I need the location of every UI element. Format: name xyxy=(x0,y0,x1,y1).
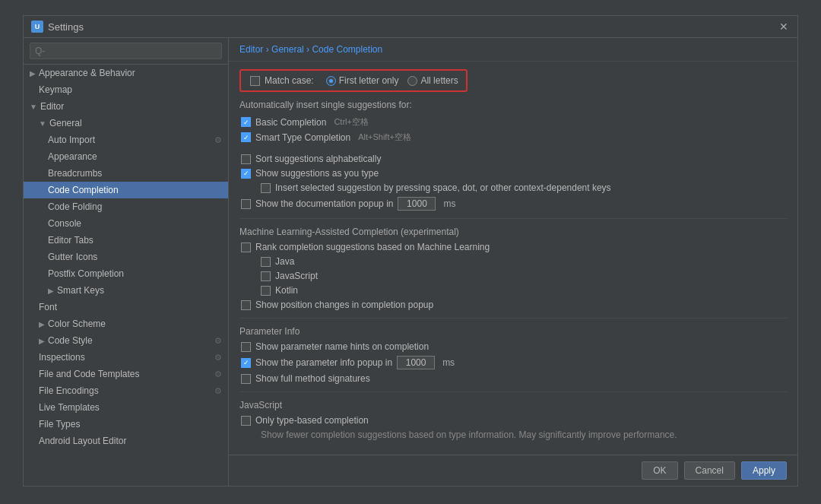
sidebar-item-editor[interactable]: ▼ Editor xyxy=(24,98,228,115)
bottom-buttons: OK Cancel Apply xyxy=(229,455,797,486)
breadcrumb-editor: Editor xyxy=(239,44,263,55)
insert-selected-checkbox[interactable] xyxy=(261,183,271,193)
sidebar-item-smart-keys[interactable]: ▶ Smart Keys xyxy=(24,282,228,299)
ml-kotlin-checkbox[interactable] xyxy=(261,286,271,296)
ml-java-checkbox[interactable] xyxy=(261,257,271,267)
sidebar-item-label: Live Templates xyxy=(39,402,100,413)
sidebar-item-label: Color Scheme xyxy=(48,319,106,329)
sidebar-item-label: Smart Keys xyxy=(57,285,104,296)
sidebar-item-code-folding[interactable]: Code Folding xyxy=(24,198,228,215)
title-bar: U Settings ✕ xyxy=(24,16,797,38)
param-info-popup-label: Show the parameter info popup in xyxy=(255,357,392,368)
sidebar-item-postfix-completion[interactable]: Postfix Completion xyxy=(24,265,228,282)
breadcrumb-general: General xyxy=(271,44,304,55)
radio-first-letter-circle[interactable] xyxy=(326,76,336,86)
sidebar-item-label: Inspections xyxy=(39,352,85,363)
sidebar-item-font[interactable]: Font xyxy=(24,299,228,315)
param-name-hints-label: Show parameter name hints on completion xyxy=(255,341,429,352)
javascript-section-title: JavaScript xyxy=(239,400,787,410)
full-method-checkbox[interactable] xyxy=(241,374,251,384)
search-input[interactable] xyxy=(30,43,222,59)
sidebar-item-code-completion[interactable]: Code Completion xyxy=(24,182,228,198)
ml-position-checkbox[interactable] xyxy=(241,300,251,310)
sidebar-item-gutter-icons[interactable]: Gutter Icons xyxy=(24,249,228,265)
radio-first-letter[interactable]: First letter only xyxy=(326,75,399,86)
show-suggestions-checkbox[interactable] xyxy=(241,169,251,179)
ml-position-row: Show position changes in completion popu… xyxy=(239,300,787,310)
title-bar-left: U Settings xyxy=(31,21,84,33)
divider-1 xyxy=(239,218,787,219)
sidebar-item-file-code-templates[interactable]: File and Code Templates ⚙ xyxy=(24,366,228,382)
expand-arrow: ▼ xyxy=(30,103,37,111)
sidebar-item-general[interactable]: ▼ General xyxy=(24,115,228,132)
sidebar-item-label: General xyxy=(49,118,82,128)
param-name-hints-checkbox[interactable] xyxy=(241,342,251,352)
param-info-popup-checkbox[interactable] xyxy=(241,358,251,368)
expand-arrow: ▶ xyxy=(48,287,54,295)
sidebar-item-live-templates[interactable]: Live Templates xyxy=(24,399,228,416)
gear-icon: ⚙ xyxy=(214,386,222,396)
ml-javascript-checkbox[interactable] xyxy=(261,271,271,281)
sidebar-item-color-scheme[interactable]: ▶ Color Scheme xyxy=(24,315,228,332)
match-case-checkbox[interactable] xyxy=(250,76,260,86)
sidebar-item-keymap[interactable]: Keymap xyxy=(24,81,228,98)
smart-completion-shortcut: Alt+Shift+空格 xyxy=(358,132,411,143)
insert-selected-label: Insert selected suggestion by pressing s… xyxy=(275,182,611,193)
expand-arrow: ▶ xyxy=(39,337,45,345)
match-case-label: Match case: xyxy=(265,75,314,86)
param-info-popup-row: Show the parameter info popup in ms xyxy=(239,356,787,369)
gear-icon: ⚙ xyxy=(214,336,222,346)
sidebar-item-label: Font xyxy=(39,302,57,312)
sidebar-item-appearance-behavior[interactable]: ▶ Appearance & Behavior xyxy=(24,65,228,81)
smart-completion-checkbox[interactable] xyxy=(241,132,251,142)
close-button[interactable]: ✕ xyxy=(778,21,790,33)
show-suggestions-label: Show suggestions as you type xyxy=(255,168,379,179)
sidebar-item-label: Gutter Icons xyxy=(48,252,97,262)
sidebar-item-label: Editor xyxy=(40,101,64,112)
param-info-popup-input[interactable] xyxy=(397,356,435,369)
apply-button[interactable]: Apply xyxy=(741,461,787,480)
sidebar-item-label: Appearance & Behavior xyxy=(39,68,135,78)
show-doc-popup-checkbox[interactable] xyxy=(241,199,251,209)
ml-java-label: Java xyxy=(275,256,294,267)
basic-completion-checkbox[interactable] xyxy=(241,117,251,127)
sidebar-item-label: Auto Import xyxy=(48,135,95,145)
radio-all-letters-circle[interactable] xyxy=(407,76,417,86)
sidebar-item-auto-import[interactable]: Auto Import ⚙ xyxy=(24,132,228,148)
show-doc-popup-label: Show the documentation popup in xyxy=(255,198,393,209)
app-icon: U xyxy=(31,21,43,33)
sidebar-item-label: Postfix Completion xyxy=(48,268,124,279)
sidebar-item-android-layout-editor[interactable]: Android Layout Editor xyxy=(24,433,228,449)
sidebar-item-label: Appearance xyxy=(48,151,97,162)
sidebar-item-label: Editor Tabs xyxy=(48,235,94,246)
ml-rank-checkbox[interactable] xyxy=(241,242,251,252)
doc-popup-value-input[interactable] xyxy=(398,197,436,211)
sidebar-item-code-style[interactable]: ▶ Code Style ⚙ xyxy=(24,332,228,349)
basic-completion-label: Basic Completion xyxy=(255,117,326,128)
ok-button[interactable]: OK xyxy=(642,461,677,480)
sidebar-item-file-types[interactable]: File Types xyxy=(24,416,228,433)
js-type-based-desc-row: Show fewer completion suggestions based … xyxy=(239,430,787,440)
auto-insert-title: Automatically insert single suggestions … xyxy=(239,100,787,110)
ml-kotlin-row: Kotlin xyxy=(239,285,787,296)
match-case-section: Match case: First letter only All letter… xyxy=(239,69,468,92)
sidebar-item-editor-tabs[interactable]: Editor Tabs xyxy=(24,232,228,249)
radio-all-letters[interactable]: All letters xyxy=(407,75,458,86)
sidebar-item-breadcrumbs[interactable]: Breadcrumbs xyxy=(24,165,228,182)
sidebar-item-inspections[interactable]: Inspections ⚙ xyxy=(24,349,228,366)
main-content: Editor › General › Code Completion Match… xyxy=(229,38,797,486)
sidebar-item-label: Keymap xyxy=(39,84,72,95)
js-type-based-checkbox[interactable] xyxy=(241,416,251,426)
sidebar-item-console[interactable]: Console xyxy=(24,215,228,232)
match-case-row: Match case: xyxy=(249,75,314,86)
param-name-hints-row: Show parameter name hints on completion xyxy=(239,341,787,352)
sidebar-item-label: Code Folding xyxy=(48,201,102,212)
sort-suggestions-checkbox[interactable] xyxy=(241,154,251,164)
sidebar-item-file-encodings[interactable]: File Encodings ⚙ xyxy=(24,382,228,399)
sidebar-item-label: File and Code Templates xyxy=(39,369,140,379)
divider-3 xyxy=(239,391,787,392)
ml-javascript-label: JavaScript xyxy=(275,271,318,281)
show-doc-popup-row: Show the documentation popup in ms xyxy=(239,197,787,211)
sidebar-item-appearance[interactable]: Appearance xyxy=(24,148,228,165)
cancel-button[interactable]: Cancel xyxy=(684,461,735,480)
